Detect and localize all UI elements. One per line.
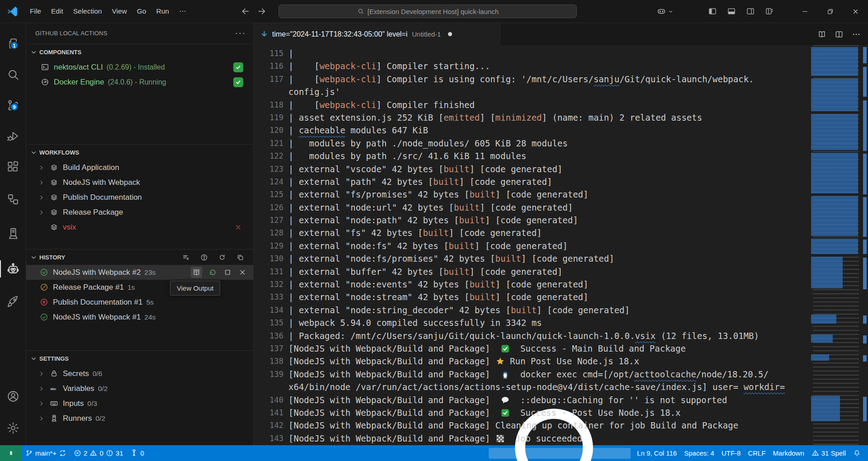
history-item[interactable]: Publish Documentation #1 5s <box>26 295 253 310</box>
stop-icon[interactable] <box>223 268 232 277</box>
workflows-header[interactable]: WORKFLOWS <box>26 145 253 160</box>
menu-file[interactable]: File <box>25 5 46 18</box>
workflow-label: vsix <box>63 223 76 232</box>
remove-icon[interactable] <box>238 268 247 277</box>
problems-status-item[interactable]: 2 0 31 <box>70 445 127 461</box>
status-failed-icon <box>40 298 48 306</box>
workflow-item[interactable]: Release Package <box>26 205 253 220</box>
activity-item-extensions[interactable] <box>0 155 26 179</box>
chevron-right-icon[interactable] <box>38 209 45 216</box>
activity-item-server-environment[interactable] <box>0 222 26 245</box>
remove-workflow-icon[interactable] <box>234 223 242 231</box>
branch-status-item[interactable]: main*+ <box>22 445 70 461</box>
more-actions-icon[interactable] <box>852 30 861 39</box>
component-checkbox[interactable] <box>233 77 243 87</box>
chevron-right-icon[interactable] <box>38 415 45 422</box>
remote-indicator[interactable] <box>0 445 22 461</box>
settings-item-inputs[interactable]: Inputs 0/3 <box>26 396 253 411</box>
minimap[interactable] <box>811 45 862 445</box>
settings-item-variables[interactable]: abc Variables 0/2 <box>26 381 253 396</box>
toggle-panel-icon[interactable] <box>727 7 736 16</box>
workflow-item[interactable]: Build Application <box>26 160 253 175</box>
activity-item-search[interactable] <box>0 63 26 86</box>
line-number <box>254 381 283 393</box>
chevron-right-icon[interactable] <box>38 164 45 171</box>
menu-overflow[interactable]: ⋯ <box>174 5 191 18</box>
activity-item-explorer[interactable]: 1 <box>0 32 26 56</box>
spell-checker-item[interactable]: 31 Spell <box>808 445 849 461</box>
chevron-right-icon[interactable] <box>38 400 45 407</box>
clear-history-icon[interactable] <box>182 254 190 261</box>
warning-icon <box>90 449 97 457</box>
activity-item-hierarchy[interactable] <box>0 188 26 211</box>
history-item[interactable]: NodeJS with Webpack #2 23s <box>26 265 253 280</box>
history-header[interactable]: HISTORY <box>26 249 253 265</box>
workflow-item[interactable]: NodeJS with Webpack <box>26 175 253 190</box>
menu-selection[interactable]: Selection <box>68 5 107 18</box>
terminal-icon <box>41 63 49 71</box>
refresh-icon[interactable] <box>218 254 226 261</box>
activity-item-account[interactable] <box>0 385 26 408</box>
eol-item[interactable]: CRLF <box>744 445 769 461</box>
settings-item-runners[interactable]: Runners 0/2 <box>26 411 253 426</box>
language-mode-item[interactable]: Markdown <box>769 445 808 461</box>
activity-item-settings-gear[interactable] <box>0 416 26 440</box>
code-area[interactable]: 115 | 116 | [webpack-cli] Compiler start… <box>254 45 811 445</box>
forward-arrow-icon[interactable] <box>257 6 267 16</box>
tab-untitled-1[interactable]: time="2024-11-17T18:32:43-05:00" level=i… <box>254 23 500 45</box>
restart-icon[interactable] <box>208 268 217 277</box>
code-line: 135 | webpack 5.94.0 compiled successful… <box>254 316 811 329</box>
back-arrow-icon[interactable] <box>241 6 250 16</box>
modified-dot-icon[interactable] <box>448 32 452 36</box>
toggle-sidebar-icon[interactable] <box>708 7 717 16</box>
encoding-item[interactable]: UTF-8 <box>718 445 745 461</box>
workflow-item[interactable]: Publish Documentation <box>26 190 253 205</box>
components-header[interactable]: COMPONENTS <box>26 44 253 60</box>
overview-ruler[interactable] <box>862 45 868 445</box>
help-icon[interactable] <box>200 254 208 261</box>
view-output-icon[interactable] <box>191 267 202 278</box>
more-actions-icon[interactable]: ··· <box>235 28 246 38</box>
history-duration: 23s <box>144 268 156 277</box>
indentation-item[interactable]: Spaces: 4 <box>680 445 718 461</box>
editor-content[interactable]: 115 | 116 | [webpack-cli] Compiler start… <box>254 45 868 445</box>
menu-edit[interactable]: Edit <box>46 5 68 18</box>
badge: 1 <box>10 41 19 50</box>
chevron-right-icon[interactable] <box>38 370 45 377</box>
menu-run[interactable]: Run <box>151 5 174 18</box>
workflow-item[interactable]: vsix <box>26 220 253 235</box>
chevron-right-icon[interactable] <box>38 385 45 392</box>
close-button[interactable] <box>843 0 868 23</box>
duplicate-icon[interactable] <box>236 254 244 261</box>
chevron-right-icon[interactable] <box>38 194 45 201</box>
activity-item-run-debug[interactable] <box>0 124 26 148</box>
copilot-menu[interactable] <box>656 6 674 16</box>
activity-item-rocket[interactable] <box>0 290 26 313</box>
component-item[interactable]: nektos/act CLI (0.2.69) - Installed <box>26 60 253 75</box>
chevron-right-icon[interactable] <box>38 179 45 186</box>
workflow-icon <box>50 178 58 187</box>
settings-item-secrets[interactable]: Secrets 0/6 <box>26 366 253 381</box>
notifications-item[interactable] <box>849 445 864 461</box>
open-preview-icon[interactable] <box>817 30 826 39</box>
history-item[interactable]: NodeJS with Webpack #1 24s <box>26 310 253 325</box>
settings-header[interactable]: SETTINGS <box>26 351 253 366</box>
component-checkbox[interactable] <box>233 62 243 72</box>
line-number: 127 <box>254 214 283 226</box>
cursor-position-item[interactable]: Ln 9, Col 116 <box>633 445 680 461</box>
settings-section: SETTINGS Secrets 0/6 abc Variables 0/2 I… <box>26 350 253 445</box>
activity-item-source-control[interactable]: 9 <box>0 94 26 117</box>
minimize-button[interactable] <box>792 0 817 23</box>
customize-layout-icon[interactable] <box>765 7 774 16</box>
menu-view[interactable]: View <box>107 5 132 18</box>
restore-button[interactable] <box>817 0 843 23</box>
zoom-status-item[interactable] <box>489 448 631 459</box>
code-line: 137 [NodeJS with Webpack/Build and Packa… <box>254 342 811 355</box>
menu-go[interactable]: Go <box>132 5 151 18</box>
command-center[interactable]: [Extension Development Host] quick-launc… <box>278 5 577 18</box>
toggle-secondary-sidebar-icon[interactable] <box>746 7 755 16</box>
component-item[interactable]: Docker Engine (24.0.6) - Running <box>26 75 253 89</box>
ports-status-item[interactable]: 0 <box>127 445 147 461</box>
split-editor-icon[interactable] <box>835 30 844 39</box>
activity-item-github-local-actions[interactable] <box>0 257 26 281</box>
